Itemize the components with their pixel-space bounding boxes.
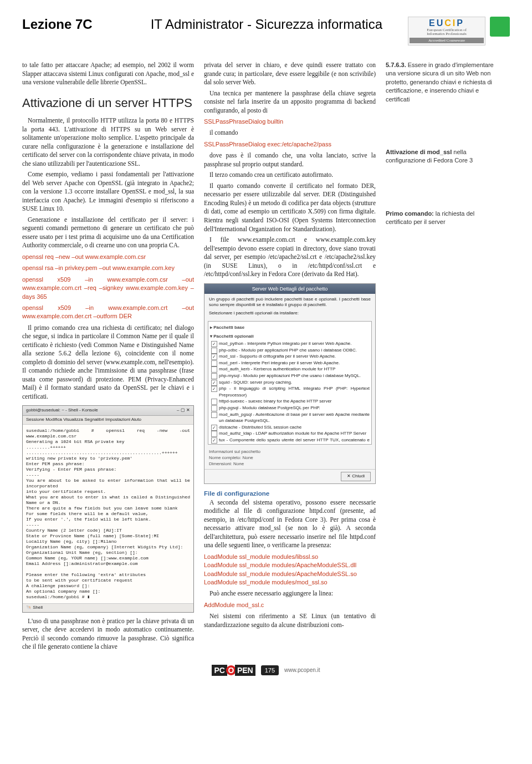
package-group-optional: ▾ Pacchetti opzionali <box>210 332 370 341</box>
close-button[interactable]: ✕ Chiudi <box>341 472 371 481</box>
body-para: Può anche essere necessario aggiungere l… <box>204 589 376 598</box>
konsole-titlebar: gobbi@susedual: ~ - Shell - Konsole – ▢ … <box>23 406 193 416</box>
body-para: Generazione e installazione del certific… <box>22 216 194 250</box>
package-list-item[interactable]: squid - SQUID: server proxy caching. <box>210 379 370 386</box>
package-list-item[interactable]: mod_perl - Interprete Perl integrato per… <box>210 360 370 366</box>
package-list-item[interactable]: mod_auth_kerb - Kerberos authentication … <box>210 366 370 373</box>
sidebar-note-1: 5.7.6.3. Essere in grado d'implementare … <box>386 61 497 104</box>
middle-column: privata del server in chiaro, e deve qui… <box>204 61 376 654</box>
eucip-badge: EUCIP European Certification of Informat… <box>408 17 485 45</box>
header-badges: EUCIP European Certification of Informat… <box>408 17 510 45</box>
body-para: Il terzo comando crea un certificato aut… <box>204 171 376 180</box>
page-footer: PCOPEN 175 www.pcopen.it <box>22 665 510 676</box>
page-number: 175 <box>261 665 279 675</box>
lesson-label: Lezione 7C <box>22 17 93 32</box>
konsole-body: susedual:/home/gobbi # openssl req -new … <box>23 425 193 603</box>
footer-url: www.pcopen.it <box>284 667 320 673</box>
body-para: Il quarto comando converte il certificat… <box>204 182 376 233</box>
command-text: openssl req –new –out www.example.com.cs… <box>22 253 194 261</box>
body-para: il comando <box>204 129 376 137</box>
package-group-base: ▸ Pacchetti base <box>210 323 370 332</box>
sidebar-column: 5.7.6.3. Essere in grado d'implementare … <box>386 61 497 654</box>
section-heading-https: Attivazione di un server HTTPS <box>22 95 194 111</box>
package-dialog-title: Server Web Dettagli del pacchetto <box>204 284 375 294</box>
package-list: ▸ Pacchetti base ▾ Pacchetti opzionali m… <box>208 321 372 445</box>
konsole-title: gobbi@susedual: ~ - Shell - Konsole <box>26 408 98 414</box>
command-text: openssl rsa –in privkey.pem –out www.exa… <box>22 264 194 272</box>
package-list-item[interactable]: php - Il linguaggio di scripting HTML in… <box>210 385 370 398</box>
body-para: A seconda del sistema operativo, possono… <box>204 498 376 550</box>
package-list-item[interactable]: distcache - Distributed SSL session cach… <box>210 424 370 431</box>
command-text: SSLPassPhraseDialog builtin <box>204 118 376 126</box>
left-column: to tale fatto per attaccare Apache; ad e… <box>22 61 194 654</box>
body-para: L'uso di una passphrase non è pratico pe… <box>22 617 194 651</box>
package-list-item[interactable]: php-mysql - Modulo per applicazioni PHP … <box>210 373 370 379</box>
pcopen-logo-icon: PCOPEN <box>212 665 255 676</box>
package-dialog-screenshot: Server Web Dettagli del pacchetto Un gru… <box>204 283 376 485</box>
package-list-item[interactable]: mod_ssl - Supporto di crittografia per i… <box>210 353 370 360</box>
body-para: Il primo comando crea una richiesta di c… <box>22 324 194 401</box>
subhead-config: File di configurazione <box>204 490 376 498</box>
body-para: Come esempio, vediamo i passi fondamenta… <box>22 170 194 213</box>
package-list-item[interactable]: mod_auth_pgsql - Autenticazione di base … <box>210 411 370 424</box>
sidebar-note-3: Primo comando: la richiesta del certific… <box>386 210 497 227</box>
body-para: dove pass è il comando che, una volta la… <box>204 151 376 169</box>
page-header: Lezione 7C IT Administrator - Sicurezza … <box>22 17 510 45</box>
command-text: openssl x509 –in www.example.com.crt –ou… <box>22 304 194 321</box>
page-title: IT Administrator - Sicurezza informatica <box>151 17 382 32</box>
package-list-item[interactable]: php-odbc - Modulo per applicazioni PHP c… <box>210 347 370 354</box>
konsole-status: 🐚 Shell <box>23 603 193 612</box>
command-text: openssl x509 –in www.example.com.csr –ou… <box>22 276 194 301</box>
package-list-item[interactable]: mod_authz_ldap - LDAP authorization modu… <box>210 430 370 437</box>
window-controls-icon: – ▢ ✕ <box>177 408 190 414</box>
intro-para: to tale fatto per attaccare Apache; ad e… <box>22 61 194 87</box>
package-list-item[interactable]: mod_python - Interprete Python integrato… <box>210 340 370 347</box>
body-para: Normalmente, il protocollo HTTP utilizza… <box>22 116 194 168</box>
konsole-menubar: Sessione Modifica Visualizza Segnalibri … <box>23 416 193 425</box>
body-para: Una tecnica per mantenere la passphrase … <box>204 89 376 115</box>
package-list-item[interactable]: php-pgsql - Modulo database PostgreSQL p… <box>210 405 370 411</box>
package-list-item[interactable]: httpd-suexec - suexec binary for the Apa… <box>210 398 370 405</box>
package-list-item[interactable]: tux - Componente dello spazio utente del… <box>210 437 370 445</box>
body-para: I file www.example.com.crt e www.example… <box>204 236 376 279</box>
command-text: LoadModule ssl_module modules/libssl.so … <box>204 553 376 587</box>
sidebar-note-2: Attivazione di mod_ssl nella configurazi… <box>386 148 497 165</box>
command-text: SSLPassPhraseDialog exec:/etc/apache2/pa… <box>204 140 376 149</box>
command-text: AddModule mod_ssl.c <box>204 601 376 609</box>
body-para: Nei sistemi con riferimento a SE Linux (… <box>204 612 376 629</box>
package-info: Informazioni sul pacchetto Nome completo… <box>204 447 375 469</box>
konsole-screenshot: gobbi@susedual: ~ - Shell - Konsole – ▢ … <box>22 405 194 612</box>
body-para: privata del server in chiaro, e deve qui… <box>204 61 376 87</box>
green-tab-icon <box>490 17 510 37</box>
package-dialog-desc: Un gruppo di pacchetti può includere pac… <box>204 294 375 319</box>
